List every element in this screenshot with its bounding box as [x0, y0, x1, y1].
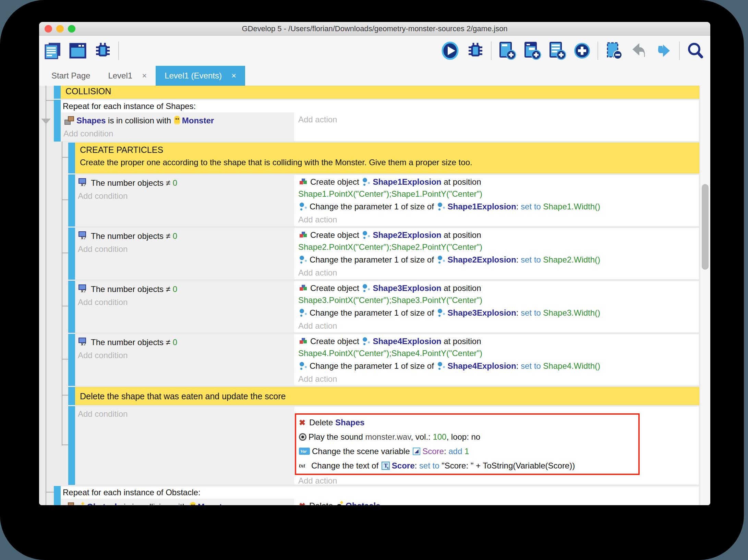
condition-line[interactable]: The number objects ≠ 0 — [78, 176, 294, 190]
scrollbar-track[interactable] — [700, 86, 710, 505]
delete-selection-icon — [604, 41, 623, 60]
action-line[interactable]: Change the parameter 1 of size of Shape1… — [298, 200, 699, 214]
text-segment: 0 — [173, 338, 177, 347]
particles-icon — [437, 255, 446, 264]
event-selection-bar[interactable] — [68, 281, 75, 333]
event-block: Repeat for each instance of Shapes:Shape… — [54, 100, 699, 142]
condition-line[interactable]: Shapes is in collision with Monster — [63, 114, 294, 127]
add-event-button[interactable] — [497, 41, 517, 60]
preview-window-button[interactable] — [68, 41, 87, 60]
minimize-window-button[interactable] — [56, 25, 64, 33]
action-line[interactable]: Shape2.PointX("Center");Shape2.PointY("C… — [298, 241, 699, 253]
action-line[interactable]: Create object Shape3Explosion at positio… — [298, 282, 699, 294]
conditions-cell: The number objects ≠ 0Add condition — [75, 228, 295, 279]
redo-button[interactable] — [654, 41, 673, 60]
debugger-button[interactable] — [93, 41, 112, 60]
condition-line[interactable]: The number objects ≠ 0 — [78, 282, 294, 296]
actions-cell: Create object Shape1Explosion at positio… — [295, 175, 699, 226]
repeat-event-header[interactable]: Repeat for each instance of Shapes: — [61, 100, 699, 112]
action-line[interactable]: Play the sound monster.wav, vol.: 100, l… — [298, 430, 636, 444]
add-action-button[interactable]: Add action — [298, 267, 699, 279]
text-segment: Score — [392, 461, 415, 470]
close-tab-icon[interactable]: × — [142, 71, 147, 81]
event-selection-bar[interactable] — [68, 406, 75, 485]
add-subevent-button[interactable] — [522, 41, 542, 60]
condition-line[interactable]: The number objects ≠ 0 — [78, 336, 294, 349]
event-selection-bar[interactable] — [68, 228, 75, 280]
action-line[interactable]: Shape4.PointX("Center");Shape4.PointY("C… — [298, 348, 699, 359]
event-selection-bar[interactable] — [68, 387, 75, 405]
add-condition-button[interactable]: Add condition — [78, 349, 294, 362]
action-line[interactable]: Delete Obstacle — [298, 500, 699, 505]
action-line[interactable]: Change the text of Score: set to "Score:… — [298, 459, 636, 473]
add-subevent-icon — [522, 41, 542, 60]
event-selection-bar[interactable] — [68, 334, 75, 386]
action-line[interactable]: Change the parameter 1 of size of Shape2… — [298, 253, 699, 267]
action-line[interactable]: Create object Shape2Explosion at positio… — [298, 229, 699, 241]
add-condition-button[interactable]: Add condition — [78, 296, 294, 308]
action-line[interactable]: Shape1.PointX("Center");Shape1.PointY("C… — [298, 188, 699, 200]
delete-selection-button[interactable] — [604, 41, 623, 60]
scrollbar-thumb[interactable] — [702, 184, 709, 270]
action-line[interactable]: Change the parameter 1 of size of Shape3… — [298, 306, 699, 320]
add-action-button[interactable]: Add action — [298, 475, 699, 487]
event-selection-bar[interactable] — [68, 174, 75, 227]
action-line[interactable]: Delete Shapes — [298, 415, 636, 430]
condition-line[interactable]: The number objects ≠ 0 — [78, 229, 294, 243]
event-selection-bar[interactable] — [54, 100, 61, 142]
text-segment: Shape1.Width() — [543, 202, 600, 211]
condition-line[interactable]: Obstacle is in collision with Monster — [63, 500, 294, 505]
event-selection-bar[interactable] — [68, 143, 75, 173]
action-line[interactable]: Create object Shape1Explosion at positio… — [298, 176, 699, 188]
undo-button[interactable] — [629, 41, 648, 60]
search-button[interactable] — [686, 41, 705, 60]
close-tab-icon[interactable]: × — [231, 71, 236, 81]
tab-label: Level1 (Events) — [165, 71, 222, 81]
actions-cell: Add action — [295, 112, 699, 141]
text-segment: Shape2.Width() — [543, 255, 600, 264]
event-selection-bar[interactable] — [54, 486, 61, 505]
text-segment: Delete — [309, 501, 335, 505]
zoom-window-button[interactable] — [68, 25, 75, 33]
add-comment-button[interactable] — [547, 41, 567, 60]
text-segment: Shape4Explosion — [448, 361, 516, 370]
add-more-button[interactable] — [572, 41, 592, 60]
add-action-button[interactable]: Add action — [298, 214, 699, 226]
text-segment: is in collision with — [106, 116, 173, 125]
close-window-button[interactable] — [45, 25, 52, 33]
event-selection-bar[interactable] — [54, 86, 61, 99]
text-segment: : — [415, 461, 419, 470]
action-line[interactable]: Shape3.PointX("Center");Shape3.PointY("C… — [298, 294, 699, 306]
add-condition-button[interactable]: Add condition — [78, 190, 294, 202]
play-button[interactable] — [441, 41, 460, 60]
action-line[interactable]: Change the scene variable Score: add 1 — [298, 444, 636, 459]
add-action-button[interactable]: Add action — [298, 373, 699, 385]
tab-level1[interactable]: Level1× — [99, 66, 156, 86]
comment-title: CREATE PARTICLES — [75, 143, 699, 155]
text-segment: : — [444, 447, 448, 456]
repeat-event-header[interactable]: Repeat for each instance of Obstacle: — [61, 486, 699, 499]
add-condition-button[interactable]: Add condition — [63, 127, 294, 140]
event-block: The number objects ≠ 0Add conditionCreat… — [68, 228, 699, 280]
project-manager-icon — [43, 41, 62, 60]
add-action-button[interactable]: Add action — [298, 113, 699, 126]
text-segment: at position — [441, 283, 481, 293]
add-condition-button[interactable]: Add condition — [78, 408, 294, 420]
window-title: GDevelop 5 - /Users/florian/Downloads/ge… — [39, 22, 710, 36]
tab-level1-events[interactable]: Level1 (Events)× — [156, 66, 245, 86]
debug-button[interactable] — [466, 41, 485, 60]
particles-icon — [362, 284, 371, 293]
objcount-icon — [79, 338, 89, 347]
text-segment: at position — [441, 230, 481, 240]
project-manager-button[interactable] — [43, 41, 62, 60]
tab-start-page[interactable]: Start Page — [43, 66, 99, 86]
text-segment: Shapes — [76, 116, 106, 125]
add-condition-button[interactable]: Add condition — [78, 243, 294, 255]
text-segment: : — [516, 202, 521, 211]
action-line[interactable]: Create object Shape4Explosion at positio… — [298, 335, 699, 348]
conditions-cell: The number objects ≠ 0Add condition — [75, 175, 295, 226]
conditions-cell: The number objects ≠ 0Add condition — [75, 334, 295, 386]
action-line[interactable]: Change the parameter 1 of size of Shape4… — [298, 359, 699, 373]
text-segment: The number objects — [91, 231, 166, 241]
add-action-button[interactable]: Add action — [298, 320, 699, 332]
